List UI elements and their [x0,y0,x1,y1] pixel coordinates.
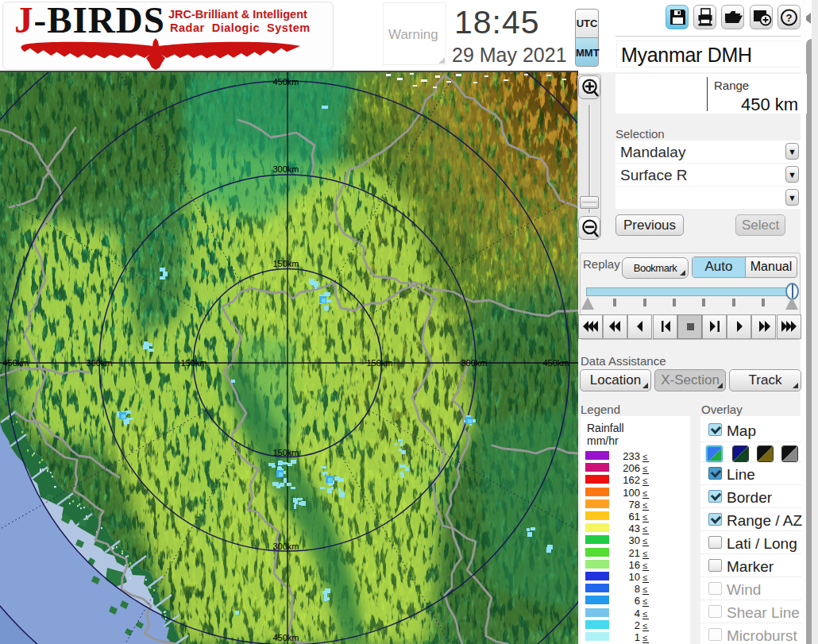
svg-text:150km: 150km [180,358,206,368]
svg-text:450km: 450km [542,358,569,368]
svg-text:?: ? [786,12,793,24]
svg-text:300km: 300km [461,358,487,368]
svg-text:150km: 150km [366,358,392,368]
svg-text:300km: 300km [272,164,299,174]
svg-text:450km: 450km [272,633,299,642]
svg-text:300km: 300km [272,542,299,551]
svg-text:450km: 450km [2,358,29,368]
svg-text:150km: 150km [272,259,299,268]
svg-text:450km: 450km [272,77,299,87]
svg-text:150km: 150km [272,448,299,457]
svg-text:300km: 300km [86,358,112,368]
